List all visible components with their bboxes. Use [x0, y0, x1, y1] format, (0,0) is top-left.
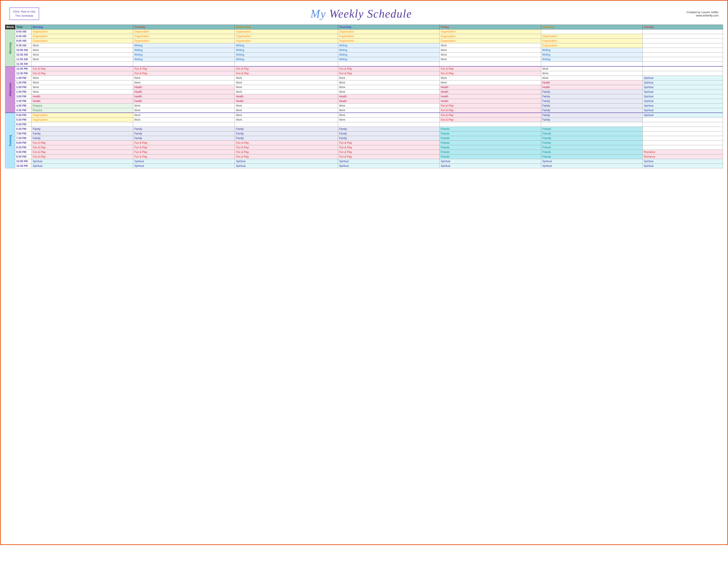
- activity-label: Family: [542, 118, 550, 121]
- page: Click: How to Use This Schedule My Weekl…: [5, 5, 723, 540]
- header-row: Block Time Monday Tuesday Wednesday Thur…: [5, 25, 723, 29]
- activity-label: Spiritual: [644, 104, 653, 107]
- activity-cell: [133, 122, 235, 127]
- activity-cell: Health: [133, 90, 235, 94]
- time-cell: 9:30 PM: [15, 154, 32, 159]
- table-row: 7:00 PMFamilyFamilyFamilyFamilyFriendsFr…: [5, 131, 723, 136]
- activity-label: Work: [339, 86, 345, 89]
- how-to-button[interactable]: Click: How to Use This Schedule: [9, 7, 39, 20]
- activity-cell: [643, 127, 723, 131]
- activity-cell: [643, 29, 723, 34]
- activity-cell: Organization: [235, 29, 338, 34]
- activity-cell: [643, 66, 723, 71]
- header-sunday: Sunday: [643, 25, 723, 29]
- activity-cell: [235, 62, 338, 67]
- activity-cell: Work: [338, 85, 439, 90]
- activity-cell: Organization: [133, 39, 235, 43]
- activity-cell: Finance: [32, 104, 133, 108]
- activity-cell: Organization: [338, 29, 439, 34]
- time-cell: 10:30 AM: [15, 53, 32, 57]
- activity-cell: Family: [235, 127, 338, 131]
- activity-label: Writing: [542, 53, 550, 56]
- activity-cell: Fun & Play: [338, 154, 439, 159]
- activity-cell: [439, 62, 541, 67]
- table-row: 10:00 PMSpiritualSpiritualSpiritualSpiri…: [5, 159, 723, 164]
- activity-label: Organization: [33, 35, 48, 38]
- header: Click: How to Use This Schedule My Weekl…: [5, 5, 723, 25]
- activity-label: Health: [236, 100, 244, 103]
- activity-label: Friends: [542, 141, 551, 144]
- activity-cell: Health: [133, 85, 235, 90]
- activity-cell: Work: [338, 80, 439, 85]
- activity-cell: [643, 57, 723, 62]
- activity-cell: Organization: [235, 39, 338, 43]
- activity-label: Work: [236, 114, 242, 117]
- time-cell: 10:00 AM: [15, 48, 32, 53]
- activity-cell: Fun & Play: [32, 154, 133, 159]
- activity-cell: Friends: [541, 136, 643, 141]
- activity-label: Health: [542, 86, 550, 89]
- activity-label: Fun & Play: [134, 146, 147, 149]
- time-cell: 8:00 AM: [15, 29, 32, 34]
- activity-label: Spiritual: [33, 160, 42, 163]
- time-cell: 1:00 PM: [15, 76, 32, 80]
- activity-cell: Health: [133, 94, 235, 99]
- activity-label: Work: [236, 109, 242, 112]
- activity-label: Organization: [33, 118, 48, 121]
- table-row: 1:30 PMWorkWorkWorkWorkWorkHealthSpiritu…: [5, 80, 723, 85]
- activity-cell: Writing: [235, 48, 338, 53]
- activity-cell: Fun & Play: [133, 154, 235, 159]
- activity-cell: Spiritual: [643, 85, 723, 90]
- activity-cell: Friends: [439, 154, 541, 159]
- activity-cell: Health: [439, 90, 541, 94]
- activity-cell: Family: [541, 99, 643, 104]
- activity-cell: [643, 145, 723, 150]
- activity-cell: Friends: [541, 131, 643, 136]
- table-row: 6:30 PMFamilyFamilyFamilyFamilyFriendsFr…: [5, 127, 723, 131]
- activity-label: Friends: [441, 155, 450, 158]
- activity-label: Family: [542, 100, 550, 103]
- activity-label: Organization: [339, 30, 354, 33]
- activity-label: Spiritual: [644, 160, 653, 163]
- activity-label: Health: [441, 86, 448, 89]
- activity-cell: Friends: [439, 150, 541, 154]
- activity-cell: Work: [338, 118, 439, 122]
- activity-cell: Work: [235, 108, 338, 113]
- table-row: 11:30 AM: [5, 62, 723, 67]
- activity-label: Friends: [441, 132, 450, 135]
- table-row: 3:30 PMHealthHealthHealthHealthHealthFam…: [5, 99, 723, 104]
- activity-cell: [643, 122, 723, 127]
- activity-label: Health: [441, 100, 448, 103]
- activity-label: Spiritual: [441, 164, 450, 167]
- activity-label: Fun & Play: [339, 155, 352, 158]
- activity-cell: Spiritual: [439, 159, 541, 164]
- activity-label: Fun & Play: [33, 72, 46, 75]
- activity-cell: Work: [439, 76, 541, 80]
- activity-label: Organization: [134, 35, 149, 38]
- activity-cell: Writing: [541, 48, 643, 53]
- activity-cell: Work: [541, 76, 643, 80]
- table-row: 9:30 AMWorkWritingWritingWritingWorkOrga…: [5, 43, 723, 48]
- activity-label: Organization: [33, 30, 48, 33]
- activity-label: Work: [339, 81, 345, 84]
- table-row: 2:00 PMWorkHealthWorkWorkHealthHealthSpi…: [5, 85, 723, 90]
- activity-label: Family: [134, 132, 142, 135]
- activity-label: Family: [33, 137, 40, 140]
- time-cell: 9:00 PM: [15, 150, 32, 154]
- activity-label: Spiritual: [644, 95, 653, 98]
- activity-label: Spiritual: [542, 164, 552, 167]
- activity-label: Family: [236, 127, 244, 131]
- activity-label: Work: [33, 76, 39, 80]
- activity-label: Organization: [542, 44, 557, 47]
- activity-label: Fun & Play: [441, 118, 454, 121]
- activity-cell: Fun & Play: [235, 150, 338, 154]
- activity-label: Fun & Play: [33, 151, 46, 154]
- table-row: 7:30 PMFamilyFamilyFamilyFamilyFriendsFr…: [5, 136, 723, 141]
- activity-label: Friends: [542, 132, 551, 135]
- activity-label: Writing: [236, 53, 244, 56]
- activity-cell: [541, 62, 643, 67]
- time-cell: 11:30 AM: [15, 62, 32, 67]
- activity-cell: Friends: [439, 131, 541, 136]
- activity-cell: Fun & Play: [133, 150, 235, 154]
- activity-label: Spiritual: [644, 109, 653, 112]
